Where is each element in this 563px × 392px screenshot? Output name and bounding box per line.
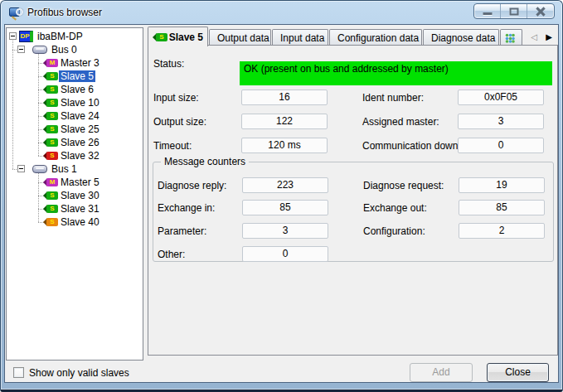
tree-item-slave-31[interactable]: S Slave 31 xyxy=(7,202,143,215)
tree-item-label: Slave 25 xyxy=(59,123,101,135)
tree-item-slave-10[interactable]: S Slave 10 xyxy=(7,96,143,109)
exchange-in-value: 85 xyxy=(242,200,328,215)
ident-number-value: 0x0F05 xyxy=(458,90,544,105)
tree-item-label: Slave 30 xyxy=(59,190,101,201)
tree-item-label: Master 5 xyxy=(59,177,101,188)
slave-icon: S xyxy=(43,99,59,107)
tree-item-slave-24[interactable]: S Slave 24 xyxy=(7,109,143,123)
tree-item-label-selected: Slave 5 xyxy=(59,70,95,82)
minimize-icon xyxy=(483,12,492,15)
collapse-expander-icon[interactable] xyxy=(9,32,17,40)
client-area: DP ibaBM-DP Bus 0 M Master 3 S Slave 5 xyxy=(4,24,559,383)
other-label: Other: xyxy=(158,248,185,261)
output-size-value: 122 xyxy=(241,114,328,129)
close-window-button[interactable] xyxy=(527,4,554,18)
tree-item-slave-30[interactable]: S Slave 30 xyxy=(7,189,143,202)
tree-item-ibabm-dp[interactable]: DP ibaBM-DP xyxy=(7,30,143,43)
tab-output-data[interactable]: Output data xyxy=(209,29,271,46)
configuration-label: Configuration: xyxy=(363,225,425,238)
tab-diagnose-data[interactable]: Diagnose data xyxy=(423,29,499,46)
slave-error-icon: S xyxy=(43,152,59,160)
exchange-in-label: Exchange in: xyxy=(158,201,215,215)
show-only-valid-slaves-checkbox[interactable] xyxy=(13,367,24,378)
tab-slave-5[interactable]: S Slave 5 xyxy=(148,27,208,46)
device-icon: DP xyxy=(19,31,33,42)
data-grid-icon xyxy=(505,33,515,43)
bus-connector-icon xyxy=(32,46,47,54)
tree-item-master-5[interactable]: M Master 5 xyxy=(7,176,143,189)
tab-scroll-left-button[interactable]: ◁ xyxy=(527,30,541,44)
tab-label: Input data xyxy=(280,32,324,44)
tree-item-master-3[interactable]: M Master 3 xyxy=(7,56,143,70)
status-value: OK (present on bus and addressed by mast… xyxy=(240,61,552,85)
bus-connector-icon xyxy=(32,165,47,173)
diagnose-reply-label: Diagnose reply: xyxy=(158,179,226,192)
tree-item-label: Bus 1 xyxy=(50,163,79,175)
slave-icon: S xyxy=(43,72,59,80)
collapse-expander-icon[interactable] xyxy=(17,46,25,53)
app-icon-magnifier-handle xyxy=(12,16,17,20)
other-value: 0 xyxy=(242,246,328,262)
tree-item-slave-32[interactable]: S Slave 32 xyxy=(7,149,143,162)
maximize-button[interactable] xyxy=(501,4,527,18)
collapse-expander-icon[interactable] xyxy=(17,165,25,172)
output-size-label: Output size: xyxy=(153,115,206,128)
add-button: Add xyxy=(410,363,473,382)
input-size-value: 16 xyxy=(241,90,328,105)
app-icon xyxy=(9,5,23,19)
profibus-tree: DP ibaBM-DP Bus 0 M Master 3 S Slave 5 xyxy=(6,27,143,361)
window-title: Profibus browser xyxy=(27,7,102,18)
tab-label: Diagnose data xyxy=(431,32,495,44)
tree-item-label: Slave 40 xyxy=(59,216,101,228)
tree-item-label: Bus 0 xyxy=(50,44,79,56)
tab-scroll-right-button[interactable]: ▶ xyxy=(542,30,556,44)
master-icon: M xyxy=(43,59,59,67)
assigned-master-value: 3 xyxy=(458,114,544,129)
title-bar[interactable]: Profibus browser xyxy=(1,1,562,24)
slave-detail-page: Status: OK (present on bus and addressed… xyxy=(148,45,558,356)
slave-icon: S xyxy=(43,85,59,94)
tab-partial[interactable] xyxy=(500,29,522,46)
tree-item-slave-5[interactable]: S Slave 5 xyxy=(7,70,143,83)
master-icon: M xyxy=(43,178,59,186)
close-button[interactable]: Close xyxy=(487,363,549,382)
tree-item-label: ibaBM-DP xyxy=(36,31,85,42)
slave-icon: S xyxy=(43,125,59,133)
message-counters-title: Message counters xyxy=(161,156,249,168)
window-controls xyxy=(473,3,555,19)
configuration-value: 2 xyxy=(459,223,545,239)
diagnose-request-value: 19 xyxy=(459,177,545,193)
ident-number-label: Ident number: xyxy=(362,91,424,104)
minimize-button[interactable] xyxy=(474,4,501,18)
slave-icon: S xyxy=(43,138,59,147)
tab-label: Slave 5 xyxy=(169,31,203,43)
tree-item-label: Slave 31 xyxy=(59,203,101,215)
communication-down-value: 0 xyxy=(458,138,544,153)
slave-icon: S xyxy=(43,205,59,213)
timeout-label: Timeout: xyxy=(153,139,192,152)
timeout-value: 120 ms xyxy=(241,138,328,153)
tree-item-slave-26[interactable]: S Slave 26 xyxy=(7,136,143,149)
tree-item-bus-1[interactable]: Bus 1 xyxy=(7,162,143,176)
communication-down-label: Communication down: xyxy=(362,139,461,152)
tree-item-slave-40[interactable]: S Slave 40 xyxy=(7,215,143,229)
tab-strip: S Slave 5 Output data Input data Configu… xyxy=(148,27,558,46)
tab-label: Configuration data xyxy=(337,32,419,44)
app-icon-magnifier-lens xyxy=(16,8,23,16)
tree-item-label: Slave 24 xyxy=(59,110,101,122)
tree-item-slave-6[interactable]: S Slave 6 xyxy=(7,83,143,96)
diagnose-reply-value: 223 xyxy=(242,177,328,193)
tree-item-slave-25[interactable]: S Slave 25 xyxy=(7,123,143,136)
tree-item-bus-0[interactable]: Bus 0 xyxy=(7,43,143,56)
tab-configuration-data[interactable]: Configuration data xyxy=(329,29,422,46)
profibus-browser-window: Profibus browser DP ibaBM-DP Bus 0 xyxy=(0,0,563,392)
tree-item-label: Slave 32 xyxy=(59,150,101,162)
parameter-label: Parameter: xyxy=(158,225,206,238)
exchange-out-label: Exchange out: xyxy=(363,201,427,215)
message-counters-group: Message counters Diagnose reply: 223 Dia… xyxy=(153,162,554,262)
slave-icon: S xyxy=(43,112,59,120)
assigned-master-label: Assigned master: xyxy=(362,115,439,128)
tab-input-data[interactable]: Input data xyxy=(272,29,328,46)
close-icon xyxy=(527,4,554,18)
tree-item-label: Slave 6 xyxy=(59,84,95,95)
